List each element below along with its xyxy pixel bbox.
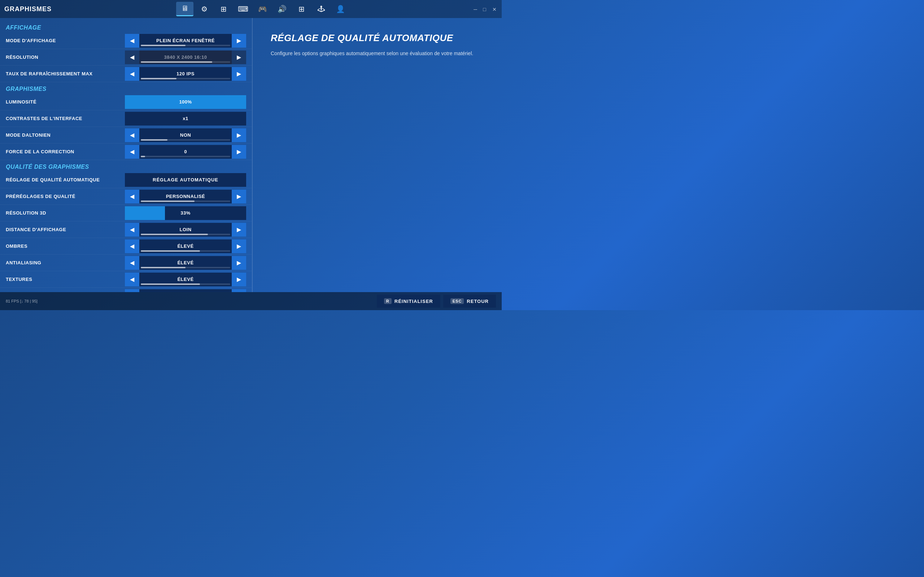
minimize-button[interactable]: ─	[473, 6, 478, 11]
force-correction-prev[interactable]: ◀	[125, 145, 139, 159]
setting-row-reglage-auto: RÉGLAGE DE QUALITÉ AUTOMATIQUE RÉGLAGE A…	[0, 172, 252, 188]
prereglages-control: ◀ PERSONNALISÉ ▶	[125, 190, 246, 203]
ombres-control: ◀ ÉLEVÉ ▶	[125, 239, 246, 253]
antialiasing-prev[interactable]: ◀	[125, 256, 139, 270]
resolution-next[interactable]: ▶	[232, 50, 246, 64]
distance-control: ◀ LOIN ▶	[125, 223, 246, 237]
setting-row-ombres: OMBRES ◀ ÉLEVÉ ▶	[0, 238, 252, 255]
section-graphismes-header: GRAPHISMES	[0, 82, 252, 94]
setting-row-force-correction: FORCE DE LA CORRECTION ◀ 0 ▶	[0, 143, 252, 160]
effets-prev[interactable]: ◀	[125, 289, 139, 292]
mode-affichage-next[interactable]: ▶	[232, 34, 246, 48]
luminosite-label: LUMINOSITÉ	[6, 99, 125, 105]
title-bar: GRAPHISMES 🖥 ⚙ ⊞ ⌨ 🎮 🔊 ⊞ 🕹 👤 ─ □ ✕	[0, 0, 502, 18]
antialiasing-label: ANTIALIASING	[6, 260, 125, 266]
prereglages-value: PERSONNALISÉ	[139, 190, 232, 203]
nav-gamepad[interactable]: 🎮	[254, 2, 271, 16]
taux-next[interactable]: ▶	[232, 67, 246, 81]
ombres-prev[interactable]: ◀	[125, 239, 139, 253]
nav-network[interactable]: ⊞	[293, 2, 310, 16]
left-panel: AFFICHAGE MODE D'AFFICHAGE ◀ PLEIN ÉCRAN…	[0, 18, 253, 292]
setting-row-resolution: RÉSOLUTION ◀ 3840 X 2400 16:10 ▶	[0, 49, 252, 66]
force-correction-next[interactable]: ▶	[232, 145, 246, 159]
luminosite-control: 100%	[125, 95, 246, 109]
reglage-auto-button[interactable]: RÉGLAGE AUTOMATIQUE	[125, 173, 246, 187]
section-qualite-header: QUALITÉ DES GRAPHISMES	[0, 160, 252, 172]
resolution-value: 3840 X 2400 16:10	[139, 50, 232, 64]
prereglages-prev[interactable]: ◀	[125, 190, 139, 203]
reglage-auto-control: RÉGLAGE AUTOMATIQUE	[125, 173, 246, 187]
luminosite-value[interactable]: 100%	[125, 95, 246, 109]
right-panel-title: RÉGLAGE DE QUALITÉ AUTOMATIQUE	[271, 32, 484, 44]
nav-display[interactable]: ⊞	[215, 2, 233, 16]
resolution-3d-label: RÉSOLUTION 3D	[6, 210, 125, 216]
setting-row-textures: TEXTURES ◀ ÉLEVÉ ▶	[0, 271, 252, 288]
force-correction-control: ◀ 0 ▶	[125, 145, 246, 159]
bottom-actions: R RÉINITIALISER ESC RETOUR	[377, 295, 496, 308]
nav-audio[interactable]: 🔊	[274, 2, 291, 16]
antialiasing-value: ÉLEVÉ	[139, 256, 232, 270]
contrastes-value[interactable]: x1	[125, 112, 246, 126]
textures-control: ◀ ÉLEVÉ ▶	[125, 272, 246, 286]
main-content: AFFICHAGE MODE D'AFFICHAGE ◀ PLEIN ÉCRAN…	[0, 18, 502, 292]
setting-row-resolution-3d: RÉSOLUTION 3D 33%	[0, 205, 252, 221]
force-correction-value: 0	[139, 145, 232, 159]
ombres-value: ÉLEVÉ	[139, 239, 232, 253]
mode-affichage-control: ◀ PLEIN ÉCRAN FENÊTRÉ ▶	[125, 34, 246, 48]
retour-button[interactable]: ESC RETOUR	[443, 295, 496, 308]
reinitialiser-key: R	[384, 298, 392, 304]
resolution-3d-value[interactable]: 33%	[125, 206, 246, 220]
setting-row-contrastes: CONTRASTES DE L'INTERFACE x1	[0, 110, 252, 127]
prereglages-label: PRÉRÉGLAGES DE QUALITÉ	[6, 193, 125, 199]
resolution-control: ◀ 3840 X 2400 16:10 ▶	[125, 50, 246, 64]
distance-label: DISTANCE D'AFFICHAGE	[6, 227, 125, 232]
force-correction-label: FORCE DE LA CORRECTION	[6, 149, 125, 154]
nav-keyboard[interactable]: ⌨	[234, 2, 252, 16]
taux-control: ◀ 120 IPS ▶	[125, 67, 246, 81]
window-controls: ─ □ ✕	[473, 6, 498, 11]
textures-next[interactable]: ▶	[232, 272, 246, 286]
close-button[interactable]: ✕	[492, 6, 498, 11]
nav-controller[interactable]: 🕹	[313, 2, 330, 16]
antialiasing-next[interactable]: ▶	[232, 256, 246, 270]
setting-row-antialiasing: ANTIALIASING ◀ ÉLEVÉ ▶	[0, 255, 252, 271]
right-panel-description: Configure les options graphiques automat…	[271, 49, 484, 57]
textures-prev[interactable]: ◀	[125, 272, 139, 286]
reglage-auto-label: RÉGLAGE DE QUALITÉ AUTOMATIQUE	[6, 177, 125, 182]
resolution-prev[interactable]: ◀	[125, 50, 139, 64]
daltonien-prev[interactable]: ◀	[125, 128, 139, 142]
maximize-button[interactable]: □	[483, 6, 488, 11]
nav-profile[interactable]: 👤	[332, 2, 349, 16]
setting-row-mode-affichage: MODE D'AFFICHAGE ◀ PLEIN ÉCRAN FENÊTRÉ ▶	[0, 32, 252, 49]
taux-prev[interactable]: ◀	[125, 67, 139, 81]
nav-monitor[interactable]: 🖥	[176, 2, 194, 16]
retour-key: ESC	[451, 298, 464, 304]
prereglages-next[interactable]: ▶	[232, 190, 246, 203]
resolution-label: RÉSOLUTION	[6, 55, 125, 60]
ombres-next[interactable]: ▶	[232, 239, 246, 253]
effets-next[interactable]: ▶	[232, 289, 246, 292]
mode-affichage-prev[interactable]: ◀	[125, 34, 139, 48]
daltonien-next[interactable]: ▶	[232, 128, 246, 142]
reinitialiser-button[interactable]: R RÉINITIALISER	[377, 295, 440, 308]
setting-row-luminosite: LUMINOSITÉ 100%	[0, 94, 252, 110]
taux-label: TAUX DE RAFRAÎCHISSEMENT MAX	[6, 71, 125, 76]
setting-row-distance: DISTANCE D'AFFICHAGE ◀ LOIN ▶	[0, 221, 252, 238]
nav-settings[interactable]: ⚙	[195, 2, 213, 16]
retour-label: RETOUR	[467, 298, 489, 304]
fps-counter: 81 FPS [↓ 78 | 95]	[6, 299, 37, 303]
contrastes-control: x1	[125, 112, 246, 126]
reinitialiser-label: RÉINITIALISER	[394, 298, 433, 304]
right-panel: RÉGLAGE DE QUALITÉ AUTOMATIQUE Configure…	[253, 18, 502, 292]
setting-row-daltonien: MODE DALTONIEN ◀ NON ▶	[0, 127, 252, 143]
effets-value: ÉLEVÉ	[139, 289, 232, 292]
daltonien-label: MODE DALTONIEN	[6, 132, 125, 138]
mode-affichage-value: PLEIN ÉCRAN FENÊTRÉ	[139, 34, 232, 48]
taux-value: 120 IPS	[139, 67, 232, 81]
ombres-label: OMBRES	[6, 243, 125, 249]
setting-row-prereglages: PRÉRÉGLAGES DE QUALITÉ ◀ PERSONNALISÉ ▶	[0, 188, 252, 205]
distance-next[interactable]: ▶	[232, 223, 246, 237]
bottom-bar: 81 FPS [↓ 78 | 95] R RÉINITIALISER ESC R…	[0, 292, 502, 310]
distance-prev[interactable]: ◀	[125, 223, 139, 237]
daltonien-control: ◀ NON ▶	[125, 128, 246, 142]
